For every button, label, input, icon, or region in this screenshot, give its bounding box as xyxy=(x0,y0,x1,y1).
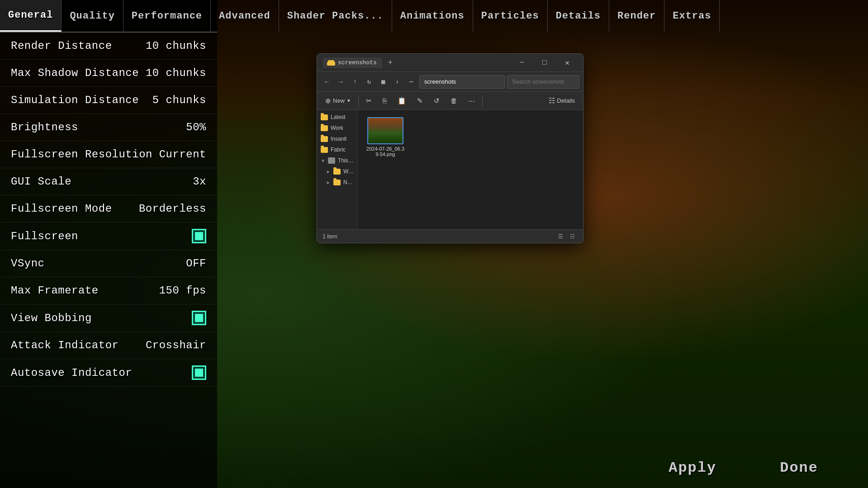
tree-item-work[interactable]: Work xyxy=(317,123,357,133)
address-input[interactable] xyxy=(419,75,505,89)
setting-max-shadow-distance[interactable]: Max Shadow Distance 10 chunks xyxy=(0,60,217,87)
folder-icon-fabric xyxy=(321,147,328,153)
delete-button[interactable]: 🗑 xyxy=(446,94,462,108)
list-view-button[interactable]: ☰ xyxy=(555,232,566,242)
cut-button[interactable]: ✂ xyxy=(361,94,376,108)
grid-view-button[interactable]: ☷ xyxy=(567,232,578,242)
copy-button[interactable]: ⎘ xyxy=(378,94,391,108)
file-explorer-tab[interactable]: screenshots xyxy=(323,57,382,68)
folder-icon-wind xyxy=(333,169,341,175)
status-bar: 1 item ☰ ☷ xyxy=(317,229,583,243)
setting-max-framerate[interactable]: Max Framerate 150 fps xyxy=(0,277,217,304)
file-thumbnail xyxy=(367,117,403,144)
tab-general[interactable]: General xyxy=(0,0,62,32)
tab-details[interactable]: Details xyxy=(548,0,609,32)
view-bobbing-checkbox[interactable] xyxy=(192,311,206,325)
new-tab-button[interactable]: + xyxy=(384,57,397,69)
setting-render-distance[interactable]: Render Distance 10 chunks xyxy=(0,33,217,60)
tree-item-wind[interactable]: ► Wind xyxy=(317,166,357,177)
folder-icon-work xyxy=(321,125,328,131)
tab-render[interactable]: Render xyxy=(609,0,664,32)
screenshot-preview xyxy=(368,118,403,143)
settings-list: Render Distance 10 chunks Max Shadow Dis… xyxy=(0,33,217,387)
tab-advanced[interactable]: Advanced xyxy=(211,0,279,32)
setting-fullscreen-mode[interactable]: Fullscreen Mode Borderless xyxy=(0,195,217,223)
paste-button[interactable]: 📋 xyxy=(393,94,411,108)
tree-item-insanit[interactable]: Insanit xyxy=(317,133,357,144)
title-bar: screenshots + − □ ✕ xyxy=(317,54,583,72)
view-button[interactable]: ▦ xyxy=(377,75,389,89)
setting-attack-indicator[interactable]: Attack Indicator Crosshair xyxy=(0,332,217,359)
tab-particles[interactable]: Particles xyxy=(473,0,548,32)
tab-extras[interactable]: Extras xyxy=(664,0,720,32)
share-icon: ↺ xyxy=(434,97,440,105)
setting-simulation-distance[interactable]: Simulation Distance 5 chunks xyxy=(0,87,217,114)
new-button[interactable]: ⊕ New ▼ xyxy=(321,94,356,108)
more-nav-button[interactable]: ⋯ xyxy=(405,75,417,89)
expand-button[interactable]: › xyxy=(391,75,403,89)
address-bar: ← → ↑ ↻ ▦ › ⋯ xyxy=(317,72,583,92)
maximize-button[interactable]: □ xyxy=(534,56,555,70)
folder-icon xyxy=(328,60,334,66)
scissors-icon: ✂ xyxy=(366,97,372,105)
share-button[interactable]: ↺ xyxy=(429,94,444,108)
tab-shader-packs[interactable]: Shader Packs... xyxy=(279,0,392,32)
chevron-right-icon-2: ► xyxy=(326,180,331,185)
view-toggle: ☰ ☷ xyxy=(555,232,578,242)
chevron-down-icon: ▼ xyxy=(321,158,325,163)
tab-bar: General Quality Performance Advanced Sha… xyxy=(0,0,217,33)
window-controls: − □ ✕ xyxy=(512,56,578,70)
bottom-bar: Apply Done xyxy=(0,447,868,488)
folder-icon-latest xyxy=(321,114,328,120)
tab-animations[interactable]: Animations xyxy=(392,0,473,32)
tab-performance[interactable]: Performance xyxy=(123,0,211,32)
chevron-right-icon: ► xyxy=(326,169,331,174)
settings-panel: General Quality Performance Advanced Sha… xyxy=(0,0,217,488)
toolbar: ⊕ New ▼ ✂ ⎘ 📋 ✎ ↺ 🗑 ⋯ ☷ Details xyxy=(317,92,583,110)
setting-vsync[interactable]: VSync OFF xyxy=(0,250,217,277)
toolbar-separator-2 xyxy=(482,95,483,106)
refresh-button[interactable]: ↻ xyxy=(363,75,375,89)
ellipsis-icon: ⋯ xyxy=(468,97,475,105)
folder-icon-insanit xyxy=(321,136,328,142)
folder-icon-netwo xyxy=(333,180,341,185)
grid-icon: ☷ xyxy=(549,96,555,105)
up-button[interactable]: ↑ xyxy=(349,75,361,89)
setting-autosave-indicator[interactable]: Autosave Indicator xyxy=(0,359,217,387)
fullscreen-checkbox[interactable] xyxy=(192,229,206,243)
title-tabs: screenshots + xyxy=(323,57,512,69)
forward-button[interactable]: → xyxy=(335,75,347,89)
tree-item-this-pc[interactable]: ▼ This PC xyxy=(317,155,357,166)
minimize-button[interactable]: − xyxy=(512,56,532,70)
done-button[interactable]: Done xyxy=(766,455,832,481)
setting-brightness[interactable]: Brightness 50% xyxy=(0,114,217,141)
close-button[interactable]: ✕ xyxy=(557,56,578,70)
tree-item-latest[interactable]: Latest xyxy=(317,112,357,123)
file-explorer-window: screenshots + − □ ✕ ← → ↑ ↻ ▦ › ⋯ ⊕ New … xyxy=(317,53,583,243)
tree-item-netwo[interactable]: ► Netwo xyxy=(317,177,357,188)
file-item-screenshot[interactable]: 2024-07-26_06.39.54.png xyxy=(365,117,406,157)
more-button[interactable]: ⋯ xyxy=(464,94,479,108)
plus-icon: ⊕ xyxy=(325,97,331,105)
tree-item-fabric[interactable]: Fabric xyxy=(317,144,357,155)
tab-quality[interactable]: Quality xyxy=(62,0,123,32)
setting-fullscreen[interactable]: Fullscreen xyxy=(0,223,217,250)
back-button[interactable]: ← xyxy=(321,75,333,89)
computer-icon xyxy=(328,157,335,164)
toolbar-separator-1 xyxy=(358,95,359,106)
setting-gui-scale[interactable]: GUI Scale 3x xyxy=(0,168,217,195)
setting-view-bobbing[interactable]: View Bobbing xyxy=(0,304,217,332)
paste-icon: 📋 xyxy=(398,97,406,105)
copy-icon: ⎘ xyxy=(383,97,387,104)
trash-icon: 🗑 xyxy=(451,97,457,104)
file-grid: 2024-07-26_06.39.54.png xyxy=(358,110,583,229)
setting-fullscreen-resolution[interactable]: Fullscreen Resolution Current xyxy=(0,141,217,168)
rename-icon: ✎ xyxy=(417,97,423,105)
rename-button[interactable]: ✎ xyxy=(413,94,427,108)
content-area: Latest Work Insanit Fabric ▼ This PC ► xyxy=(317,110,583,229)
search-input[interactable] xyxy=(507,75,579,89)
autosave-checkbox[interactable] xyxy=(192,365,206,380)
tree-sidebar: Latest Work Insanit Fabric ▼ This PC ► xyxy=(317,110,358,229)
apply-button[interactable]: Apply xyxy=(655,455,730,481)
details-view-button[interactable]: ☷ Details xyxy=(544,94,579,108)
